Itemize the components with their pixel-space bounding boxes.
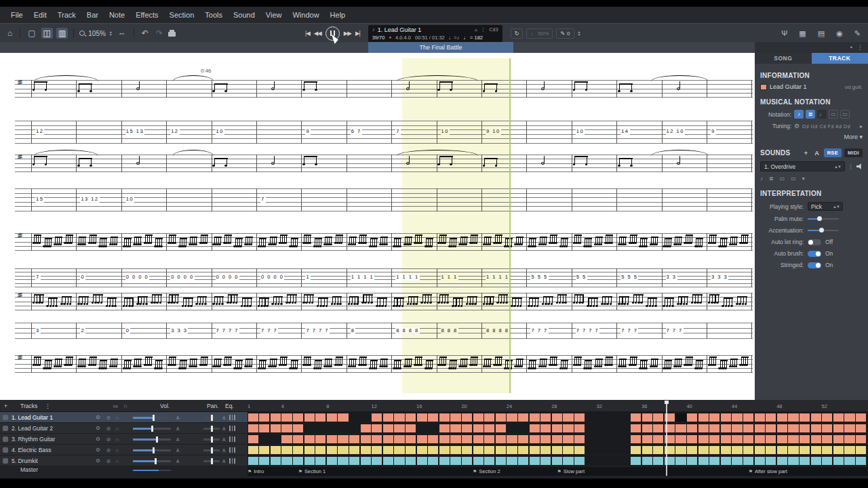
bar-cell[interactable]	[406, 446, 416, 455]
bar-cell[interactable]	[755, 457, 765, 466]
menu-edit[interactable]: Edit	[28, 11, 52, 19]
volume-automation-button[interactable]: A	[176, 459, 179, 464]
effect-chain-icon[interactable]: ≣	[769, 176, 774, 182]
mute-icon[interactable]: ⊘	[106, 415, 111, 421]
bar-cell[interactable]	[563, 446, 573, 455]
volume-slider[interactable]	[133, 417, 171, 419]
eq-icon[interactable]	[229, 458, 235, 464]
bar-cell[interactable]	[383, 424, 393, 433]
bar-cell[interactable]	[327, 446, 337, 455]
bar-cell[interactable]	[349, 446, 359, 455]
bar-cell[interactable]	[304, 457, 315, 466]
master-volume-slider[interactable]	[133, 470, 171, 472]
track-row[interactable]: 2. Lead Guitar 2⊙⊘∩AA	[0, 423, 868, 434]
bar-cell[interactable]	[315, 435, 326, 444]
fretboard-icon[interactable]: ▦	[797, 28, 808, 39]
bar-cell[interactable]	[552, 446, 562, 455]
bar-cell[interactable]	[822, 413, 832, 422]
loop-button[interactable]: ↻	[511, 28, 524, 39]
bar-cell[interactable]	[755, 424, 765, 433]
bar-cell[interactable]	[822, 424, 832, 433]
bar-cell[interactable]	[406, 457, 416, 466]
track-name[interactable]: 2. Lead Guitar 2	[12, 425, 53, 432]
bar-cell[interactable]	[800, 424, 810, 433]
add-track-button[interactable]: +	[4, 403, 7, 409]
bar-cell[interactable]	[777, 435, 787, 444]
bar-cell[interactable]	[743, 413, 753, 422]
bar-cell[interactable]	[293, 435, 303, 444]
pan-slider[interactable]	[203, 460, 220, 462]
tuning-settings-icon[interactable]: ⚙	[794, 123, 800, 129]
track-timeline[interactable]	[248, 423, 868, 433]
bar-cell[interactable]	[811, 424, 821, 433]
list-icon[interactable]: ≔	[113, 403, 119, 409]
bar-cell[interactable]	[406, 424, 416, 433]
zoom-level[interactable]: 105%	[88, 30, 106, 37]
bar-cell[interactable]	[563, 424, 573, 433]
bar-cell[interactable]	[721, 457, 731, 466]
bar-cell[interactable]	[450, 446, 460, 455]
solo-icon[interactable]: ∩	[115, 426, 119, 432]
bar-cell[interactable]	[856, 435, 866, 444]
bar-cell[interactable]	[473, 413, 484, 422]
bar-cell[interactable]	[540, 457, 551, 466]
master-track-row[interactable]: Master	[0, 466, 248, 474]
bar-cell[interactable]	[698, 424, 709, 433]
bar-cell[interactable]	[518, 435, 528, 444]
bar-cell[interactable]	[777, 446, 787, 455]
midi-toggle[interactable]: MIDI	[844, 148, 863, 157]
bar-cell[interactable]	[833, 446, 844, 455]
menu-track[interactable]: Track	[52, 11, 81, 19]
bar-cell[interactable]	[304, 435, 315, 444]
solo-icon[interactable]: ∩	[115, 458, 119, 464]
bar-cell[interactable]	[450, 457, 460, 466]
bar-cell[interactable]	[507, 457, 517, 466]
bar-cell[interactable]	[530, 457, 540, 466]
bar-cell[interactable]	[248, 424, 258, 433]
menu-view[interactable]: View	[260, 11, 288, 19]
bar-cell[interactable]	[642, 413, 652, 422]
bar-cell[interactable]	[496, 457, 506, 466]
track-name-field[interactable]: Lead Guitar 1	[770, 83, 807, 90]
mute-icon[interactable]: ⊘	[106, 458, 111, 464]
bar-cell[interactable]	[361, 457, 371, 466]
visibility-icon[interactable]: ⊙	[96, 414, 100, 420]
menu-bar[interactable]: Bar	[81, 11, 104, 19]
bar-cell[interactable]	[271, 424, 281, 433]
bar-cell[interactable]	[766, 413, 776, 422]
bar-cell[interactable]	[383, 446, 393, 455]
bar-cell[interactable]	[248, 446, 258, 455]
bar-cell[interactable]	[721, 446, 731, 455]
bar-cell[interactable]	[315, 446, 326, 455]
volume-automation-button[interactable]: A	[176, 415, 179, 420]
track-row[interactable]: 1. Lead Guitar 1⊙⊘∩AA	[0, 412, 868, 423]
bar-cell[interactable]	[259, 424, 269, 433]
tuner-icon[interactable]: Ψ	[779, 28, 789, 39]
bar-cell[interactable]	[372, 424, 382, 433]
bar-cell[interactable]	[383, 413, 393, 422]
bar-cell[interactable]	[259, 446, 269, 455]
bar-cell[interactable]	[248, 457, 258, 466]
track-row[interactable]: 3. Rhythm Guitar⊙⊘∩AA	[0, 434, 868, 445]
bar-cell[interactable]	[271, 457, 281, 466]
bar-cell[interactable]	[496, 413, 506, 422]
bar-cell[interactable]	[563, 435, 573, 444]
bar-cell[interactable]	[552, 424, 562, 433]
relative-speed-button[interactable]: ♩50%	[526, 28, 553, 39]
bar-cell[interactable]	[327, 413, 337, 422]
menu-effects[interactable]: Effects	[130, 11, 163, 19]
pedal-icon[interactable]: ▭	[780, 176, 785, 182]
bar-cell[interactable]	[833, 435, 844, 444]
bar-cell[interactable]	[417, 457, 427, 466]
bar-cell[interactable]	[450, 413, 460, 422]
solo-icon[interactable]: ∩	[115, 447, 119, 453]
bar-cell[interactable]	[394, 435, 404, 444]
bar-cell[interactable]	[450, 424, 460, 433]
accentuation-slider[interactable]	[808, 230, 839, 232]
bar-cell[interactable]	[709, 413, 719, 422]
bar-cell[interactable]	[417, 435, 427, 444]
pan-slider[interactable]	[203, 439, 220, 441]
bar-cell[interactable]	[473, 424, 484, 433]
bar-cell[interactable]	[631, 435, 641, 444]
bar-cell[interactable]	[743, 424, 753, 433]
